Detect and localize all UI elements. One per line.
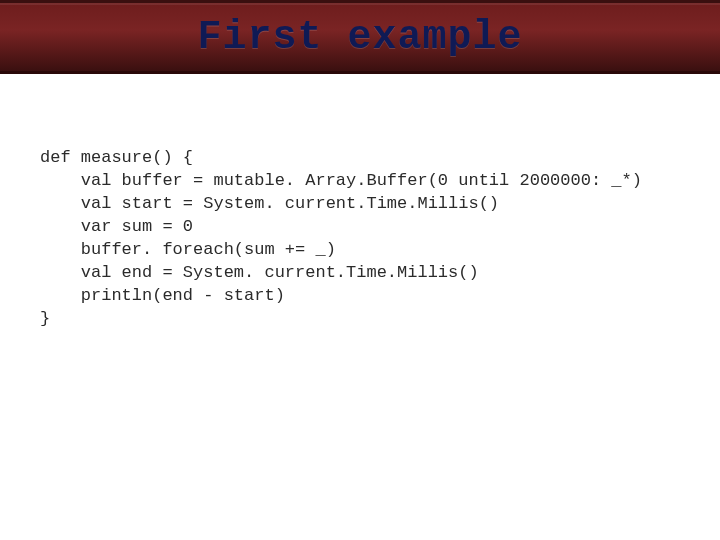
code-line: var sum = 0 (40, 217, 193, 236)
code-line: buffer. foreach(sum += _) (40, 240, 336, 259)
slide-title: First example (197, 15, 522, 60)
code-line: println(end - start) (40, 286, 285, 305)
code-line: val start = System. current.Time.Millis(… (40, 194, 499, 213)
slide-header: First example (0, 0, 720, 74)
code-line: } (40, 309, 50, 328)
code-line: def measure() { (40, 148, 193, 167)
code-line: val end = System. current.Time.Millis() (40, 263, 479, 282)
code-line: val buffer = mutable. Array.Buffer(0 unt… (40, 171, 642, 190)
slide-content: def measure() { val buffer = mutable. Ar… (0, 74, 720, 353)
code-block: def measure() { val buffer = mutable. Ar… (40, 124, 680, 353)
